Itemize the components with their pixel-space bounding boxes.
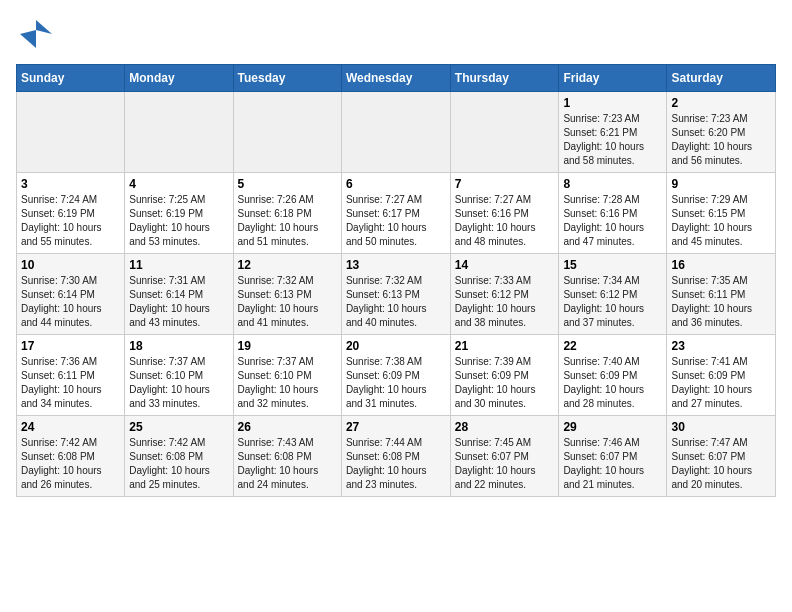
day-number: 1 bbox=[563, 96, 662, 110]
day-number: 15 bbox=[563, 258, 662, 272]
day-info: Sunrise: 7:27 AM Sunset: 6:16 PM Dayligh… bbox=[455, 193, 555, 249]
day-number: 18 bbox=[129, 339, 228, 353]
day-cell: 23Sunrise: 7:41 AM Sunset: 6:09 PM Dayli… bbox=[667, 335, 776, 416]
day-info: Sunrise: 7:30 AM Sunset: 6:14 PM Dayligh… bbox=[21, 274, 120, 330]
day-number: 9 bbox=[671, 177, 771, 191]
day-number: 2 bbox=[671, 96, 771, 110]
day-number: 17 bbox=[21, 339, 120, 353]
day-number: 20 bbox=[346, 339, 446, 353]
day-info: Sunrise: 7:44 AM Sunset: 6:08 PM Dayligh… bbox=[346, 436, 446, 492]
week-row-4: 17Sunrise: 7:36 AM Sunset: 6:11 PM Dayli… bbox=[17, 335, 776, 416]
logo bbox=[16, 16, 58, 52]
day-number: 14 bbox=[455, 258, 555, 272]
day-cell: 29Sunrise: 7:46 AM Sunset: 6:07 PM Dayli… bbox=[559, 416, 667, 497]
weekday-header-monday: Monday bbox=[125, 65, 233, 92]
day-cell: 12Sunrise: 7:32 AM Sunset: 6:13 PM Dayli… bbox=[233, 254, 341, 335]
day-info: Sunrise: 7:41 AM Sunset: 6:09 PM Dayligh… bbox=[671, 355, 771, 411]
day-info: Sunrise: 7:32 AM Sunset: 6:13 PM Dayligh… bbox=[346, 274, 446, 330]
weekday-header-saturday: Saturday bbox=[667, 65, 776, 92]
day-cell bbox=[450, 92, 559, 173]
day-info: Sunrise: 7:42 AM Sunset: 6:08 PM Dayligh… bbox=[21, 436, 120, 492]
day-info: Sunrise: 7:45 AM Sunset: 6:07 PM Dayligh… bbox=[455, 436, 555, 492]
day-number: 12 bbox=[238, 258, 337, 272]
day-cell: 6Sunrise: 7:27 AM Sunset: 6:17 PM Daylig… bbox=[341, 173, 450, 254]
day-info: Sunrise: 7:25 AM Sunset: 6:19 PM Dayligh… bbox=[129, 193, 228, 249]
day-cell: 9Sunrise: 7:29 AM Sunset: 6:15 PM Daylig… bbox=[667, 173, 776, 254]
day-info: Sunrise: 7:46 AM Sunset: 6:07 PM Dayligh… bbox=[563, 436, 662, 492]
day-cell bbox=[341, 92, 450, 173]
day-number: 28 bbox=[455, 420, 555, 434]
day-cell: 27Sunrise: 7:44 AM Sunset: 6:08 PM Dayli… bbox=[341, 416, 450, 497]
logo-icon bbox=[16, 16, 52, 52]
day-number: 3 bbox=[21, 177, 120, 191]
day-info: Sunrise: 7:36 AM Sunset: 6:11 PM Dayligh… bbox=[21, 355, 120, 411]
day-info: Sunrise: 7:23 AM Sunset: 6:20 PM Dayligh… bbox=[671, 112, 771, 168]
day-cell: 16Sunrise: 7:35 AM Sunset: 6:11 PM Dayli… bbox=[667, 254, 776, 335]
day-info: Sunrise: 7:35 AM Sunset: 6:11 PM Dayligh… bbox=[671, 274, 771, 330]
day-info: Sunrise: 7:29 AM Sunset: 6:15 PM Dayligh… bbox=[671, 193, 771, 249]
day-info: Sunrise: 7:34 AM Sunset: 6:12 PM Dayligh… bbox=[563, 274, 662, 330]
day-cell: 11Sunrise: 7:31 AM Sunset: 6:14 PM Dayli… bbox=[125, 254, 233, 335]
day-info: Sunrise: 7:24 AM Sunset: 6:19 PM Dayligh… bbox=[21, 193, 120, 249]
day-cell: 15Sunrise: 7:34 AM Sunset: 6:12 PM Dayli… bbox=[559, 254, 667, 335]
day-cell: 25Sunrise: 7:42 AM Sunset: 6:08 PM Dayli… bbox=[125, 416, 233, 497]
weekday-header-row: SundayMondayTuesdayWednesdayThursdayFrid… bbox=[17, 65, 776, 92]
day-info: Sunrise: 7:27 AM Sunset: 6:17 PM Dayligh… bbox=[346, 193, 446, 249]
weekday-header-thursday: Thursday bbox=[450, 65, 559, 92]
day-cell: 20Sunrise: 7:38 AM Sunset: 6:09 PM Dayli… bbox=[341, 335, 450, 416]
day-cell: 13Sunrise: 7:32 AM Sunset: 6:13 PM Dayli… bbox=[341, 254, 450, 335]
day-cell: 7Sunrise: 7:27 AM Sunset: 6:16 PM Daylig… bbox=[450, 173, 559, 254]
week-row-2: 3Sunrise: 7:24 AM Sunset: 6:19 PM Daylig… bbox=[17, 173, 776, 254]
week-row-5: 24Sunrise: 7:42 AM Sunset: 6:08 PM Dayli… bbox=[17, 416, 776, 497]
weekday-header-wednesday: Wednesday bbox=[341, 65, 450, 92]
day-cell bbox=[125, 92, 233, 173]
day-number: 25 bbox=[129, 420, 228, 434]
day-number: 21 bbox=[455, 339, 555, 353]
day-number: 8 bbox=[563, 177, 662, 191]
day-info: Sunrise: 7:31 AM Sunset: 6:14 PM Dayligh… bbox=[129, 274, 228, 330]
day-info: Sunrise: 7:43 AM Sunset: 6:08 PM Dayligh… bbox=[238, 436, 337, 492]
day-cell: 17Sunrise: 7:36 AM Sunset: 6:11 PM Dayli… bbox=[17, 335, 125, 416]
day-cell bbox=[233, 92, 341, 173]
day-number: 29 bbox=[563, 420, 662, 434]
day-info: Sunrise: 7:37 AM Sunset: 6:10 PM Dayligh… bbox=[129, 355, 228, 411]
day-cell: 24Sunrise: 7:42 AM Sunset: 6:08 PM Dayli… bbox=[17, 416, 125, 497]
day-cell: 14Sunrise: 7:33 AM Sunset: 6:12 PM Dayli… bbox=[450, 254, 559, 335]
svg-marker-0 bbox=[20, 20, 52, 48]
day-cell bbox=[17, 92, 125, 173]
day-number: 7 bbox=[455, 177, 555, 191]
day-number: 6 bbox=[346, 177, 446, 191]
day-number: 23 bbox=[671, 339, 771, 353]
day-cell: 4Sunrise: 7:25 AM Sunset: 6:19 PM Daylig… bbox=[125, 173, 233, 254]
day-info: Sunrise: 7:33 AM Sunset: 6:12 PM Dayligh… bbox=[455, 274, 555, 330]
day-info: Sunrise: 7:28 AM Sunset: 6:16 PM Dayligh… bbox=[563, 193, 662, 249]
day-cell: 8Sunrise: 7:28 AM Sunset: 6:16 PM Daylig… bbox=[559, 173, 667, 254]
day-number: 5 bbox=[238, 177, 337, 191]
day-number: 24 bbox=[21, 420, 120, 434]
day-cell: 26Sunrise: 7:43 AM Sunset: 6:08 PM Dayli… bbox=[233, 416, 341, 497]
day-number: 22 bbox=[563, 339, 662, 353]
weekday-header-sunday: Sunday bbox=[17, 65, 125, 92]
day-cell: 1Sunrise: 7:23 AM Sunset: 6:21 PM Daylig… bbox=[559, 92, 667, 173]
day-cell: 10Sunrise: 7:30 AM Sunset: 6:14 PM Dayli… bbox=[17, 254, 125, 335]
calendar-table: SundayMondayTuesdayWednesdayThursdayFrid… bbox=[16, 64, 776, 497]
day-cell: 22Sunrise: 7:40 AM Sunset: 6:09 PM Dayli… bbox=[559, 335, 667, 416]
day-number: 13 bbox=[346, 258, 446, 272]
day-number: 27 bbox=[346, 420, 446, 434]
day-number: 26 bbox=[238, 420, 337, 434]
day-cell: 30Sunrise: 7:47 AM Sunset: 6:07 PM Dayli… bbox=[667, 416, 776, 497]
day-info: Sunrise: 7:38 AM Sunset: 6:09 PM Dayligh… bbox=[346, 355, 446, 411]
day-number: 10 bbox=[21, 258, 120, 272]
day-cell: 19Sunrise: 7:37 AM Sunset: 6:10 PM Dayli… bbox=[233, 335, 341, 416]
day-cell: 3Sunrise: 7:24 AM Sunset: 6:19 PM Daylig… bbox=[17, 173, 125, 254]
day-info: Sunrise: 7:42 AM Sunset: 6:08 PM Dayligh… bbox=[129, 436, 228, 492]
page-header bbox=[16, 16, 776, 52]
day-number: 4 bbox=[129, 177, 228, 191]
day-info: Sunrise: 7:40 AM Sunset: 6:09 PM Dayligh… bbox=[563, 355, 662, 411]
week-row-1: 1Sunrise: 7:23 AM Sunset: 6:21 PM Daylig… bbox=[17, 92, 776, 173]
calendar-body: 1Sunrise: 7:23 AM Sunset: 6:21 PM Daylig… bbox=[17, 92, 776, 497]
day-info: Sunrise: 7:37 AM Sunset: 6:10 PM Dayligh… bbox=[238, 355, 337, 411]
weekday-header-friday: Friday bbox=[559, 65, 667, 92]
day-cell: 5Sunrise: 7:26 AM Sunset: 6:18 PM Daylig… bbox=[233, 173, 341, 254]
day-info: Sunrise: 7:39 AM Sunset: 6:09 PM Dayligh… bbox=[455, 355, 555, 411]
